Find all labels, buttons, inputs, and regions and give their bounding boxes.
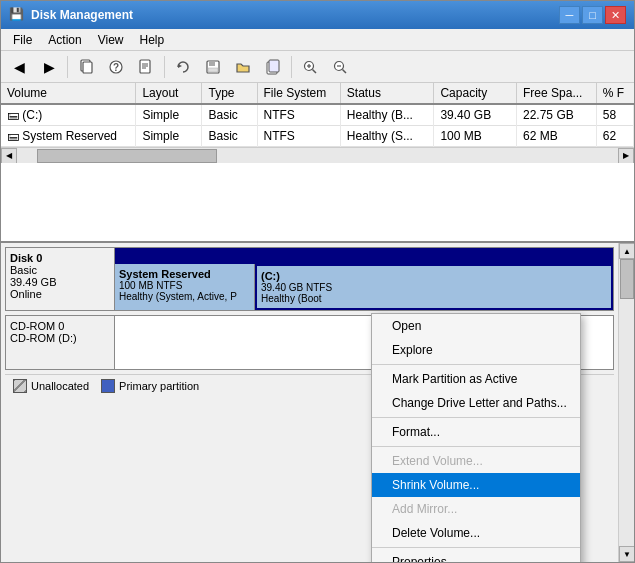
disk0-label: Disk 0 Basic 39.49 GB Online [5,247,115,311]
menu-bar: File Action View Help [1,29,634,51]
cell-layout: Simple [136,126,202,147]
minimize-button[interactable]: ─ [559,6,580,24]
context-menu-item-shrink[interactable]: Shrink Volume... [372,473,580,497]
new-button[interactable] [132,54,160,80]
col-status[interactable]: Status [340,83,434,104]
back-button[interactable]: ◀ [5,54,33,80]
context-menu-item-open[interactable]: Open [372,314,580,338]
legend-unallocated-label: Unallocated [31,380,89,392]
main-content: Volume Layout Type File System Status Ca… [1,83,634,562]
zoom-in-button[interactable] [296,54,324,80]
context-menu-item-delete[interactable]: Delete Volume... [372,521,580,545]
col-freespace[interactable]: Free Spa... [517,83,597,104]
vscroll-down-btn[interactable]: ▼ [619,546,634,562]
col-layout[interactable]: Layout [136,83,202,104]
hscroll-thumb[interactable] [37,149,217,163]
cell-layout: Simple [136,104,202,126]
hscroll-track[interactable] [17,148,618,163]
context-menu-item-mark-active[interactable]: Mark Partition as Active [372,367,580,391]
legend-primary-box [101,379,115,393]
cdrom0-type: CD-ROM (D:) [10,332,110,344]
cdrom0-label: CD-ROM 0 CD-ROM (D:) [5,315,115,370]
close-button[interactable]: ✕ [605,6,626,24]
svg-rect-10 [209,61,215,66]
copy2-button[interactable] [259,54,287,80]
col-percent[interactable]: % F [596,83,633,104]
drive-icon: 🖴 [7,129,22,143]
cell-filesystem: NTFS [257,126,340,147]
disk-vscrollbar[interactable]: ▲ ▼ [618,243,634,562]
table-row[interactable]: 🖴 (C:) Simple Basic NTFS Healthy (B... 3… [1,104,634,126]
menu-file[interactable]: File [5,31,40,49]
window-icon: 💾 [9,7,25,23]
toolbar: ◀ ▶ ? [1,51,634,83]
disk-map-wrapper: Disk 0 Basic 39.49 GB Online System Rese… [1,243,634,562]
hscroll-right-btn[interactable]: ▶ [618,148,634,164]
partition-status: Healthy (Boot [261,293,607,304]
svg-marker-8 [178,64,182,68]
disk0-header-bar [115,248,613,264]
copy-button[interactable] [72,54,100,80]
disk-management-window: 💾 Disk Management ─ □ ✕ File Action View… [0,0,635,563]
hscroll-left-btn[interactable]: ◀ [1,148,17,164]
context-menu-item-add-mirror: Add Mirror... [372,497,580,521]
vscroll-thumb[interactable] [620,259,634,299]
cell-filesystem: NTFS [257,104,340,126]
open-button[interactable] [229,54,257,80]
col-filesystem[interactable]: File System [257,83,340,104]
toolbar-sep-1 [67,56,68,78]
cdrom0-name: CD-ROM 0 [10,320,110,332]
context-menu-item-change-drive[interactable]: Change Drive Letter and Paths... [372,391,580,415]
toolbar-sep-3 [291,56,292,78]
zoom-out-button[interactable] [326,54,354,80]
partition-system-reserved[interactable]: System Reserved 100 MB NTFS Healthy (Sys… [115,264,255,310]
menu-action[interactable]: Action [40,31,89,49]
vscroll-up-btn[interactable]: ▲ [619,243,634,259]
disk0-type: Basic [10,264,110,276]
partition-status: Healthy (System, Active, P [119,291,250,302]
context-menu-sep-3 [372,446,580,447]
context-menu-item-format[interactable]: Format... [372,420,580,444]
svg-line-19 [343,69,347,73]
partition-c-drive[interactable]: (C:) 39.40 GB NTFS Healthy (Boot [255,264,613,310]
partition-name: (C:) [261,270,607,282]
partition-size: 39.40 GB NTFS [261,282,607,293]
table-row[interactable]: 🖴 System Reserved Simple Basic NTFS Heal… [1,126,634,147]
svg-rect-13 [269,60,279,72]
forward-button[interactable]: ▶ [35,54,63,80]
save-button[interactable] [199,54,227,80]
cell-volume: 🖴 System Reserved [1,126,136,147]
refresh-button[interactable] [169,54,197,80]
legend-primary: Primary partition [101,379,199,393]
cell-status: Healthy (S... [340,126,434,147]
drive-icon: 🖴 [7,108,22,122]
legend-primary-label: Primary partition [119,380,199,392]
disk0-name: Disk 0 [10,252,110,264]
context-menu-sep-1 [372,364,580,365]
maximize-button[interactable]: □ [582,6,603,24]
menu-view[interactable]: View [90,31,132,49]
disk0-status: Online [10,288,110,300]
context-menu-item-properties[interactable]: Properties [372,550,580,562]
context-menu-sep-2 [372,417,580,418]
title-bar: 💾 Disk Management ─ □ ✕ [1,1,634,29]
window-title: Disk Management [31,8,133,22]
col-capacity[interactable]: Capacity [434,83,517,104]
volume-table-area: Volume Layout Type File System Status Ca… [1,83,634,243]
context-menu-item-explore[interactable]: Explore [372,338,580,362]
table-hscrollbar[interactable]: ◀ ▶ [1,147,634,163]
help-button[interactable]: ? [102,54,130,80]
disk0-size: 39.49 GB [10,276,110,288]
cell-volume: 🖴 (C:) [1,104,136,126]
vscroll-track[interactable] [619,259,634,546]
context-menu-sep-4 [372,547,580,548]
menu-help[interactable]: Help [132,31,173,49]
partition-name: System Reserved [119,268,250,280]
context-menu: Open Explore Mark Partition as Active Ch… [371,313,581,562]
cell-capacity: 100 MB [434,126,517,147]
col-volume[interactable]: Volume [1,83,136,104]
col-type[interactable]: Type [202,83,257,104]
legend-unallocated-box [13,379,27,393]
partition-size: 100 MB NTFS [119,280,250,291]
context-menu-item-extend: Extend Volume... [372,449,580,473]
